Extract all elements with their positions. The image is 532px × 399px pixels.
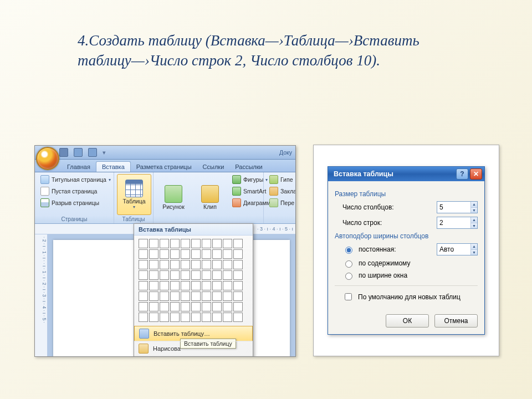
grid-cell[interactable] <box>233 281 243 290</box>
grid-cell[interactable] <box>212 313 222 322</box>
picture-button[interactable]: Рисунок <box>156 174 191 221</box>
grid-cell[interactable] <box>212 291 222 301</box>
grid-cell[interactable] <box>202 249 211 259</box>
grid-cell[interactable] <box>191 291 201 301</box>
grid-cell[interactable] <box>181 302 190 311</box>
grid-cell[interactable] <box>212 281 222 290</box>
save-icon[interactable] <box>59 148 68 157</box>
undo-icon[interactable] <box>74 148 83 157</box>
grid-cell[interactable] <box>223 260 232 269</box>
grid-cell[interactable] <box>202 302 211 311</box>
grid-cell[interactable] <box>191 239 201 248</box>
grid-cell[interactable] <box>223 302 232 311</box>
hyperlink-button[interactable]: Гипе <box>267 174 296 185</box>
grid-cell[interactable] <box>160 249 169 259</box>
grid-cell[interactable] <box>202 270 211 280</box>
grid-cell[interactable] <box>233 270 243 280</box>
grid-cell[interactable] <box>223 291 232 301</box>
grid-cell[interactable] <box>212 302 222 311</box>
grid-cell[interactable] <box>223 270 232 280</box>
grid-cell[interactable] <box>181 313 190 322</box>
grid-cell[interactable] <box>170 239 180 248</box>
grid-cell[interactable] <box>170 249 180 259</box>
cover-page-button[interactable]: Титульная страница ▾ <box>38 174 111 185</box>
tab-references[interactable]: Ссылки <box>197 162 230 172</box>
grid-cell[interactable] <box>170 313 180 322</box>
tab-mailings[interactable]: Рассылки <box>229 162 268 172</box>
blank-page-button[interactable]: Пустая страница <box>38 186 111 197</box>
grid-cell[interactable] <box>202 239 211 248</box>
rows-down[interactable]: ▼ <box>471 223 477 229</box>
grid-cell[interactable] <box>191 260 201 269</box>
clipart-button[interactable]: Клип <box>193 174 227 221</box>
fixed-up[interactable]: ▲ <box>471 244 477 249</box>
table-button[interactable]: Таблица ▾ <box>117 174 151 215</box>
grid-cell[interactable] <box>170 291 180 301</box>
autofit-window-radio[interactable] <box>345 273 352 280</box>
grid-cell[interactable] <box>160 260 169 269</box>
fixed-down[interactable]: ▼ <box>471 249 477 255</box>
fixed-width-input[interactable] <box>437 244 470 255</box>
page-break-button[interactable]: Разрыв страницы <box>38 197 111 208</box>
grid-cell[interactable] <box>160 239 169 248</box>
grid-cell[interactable] <box>181 239 190 248</box>
grid-cell[interactable] <box>212 260 222 269</box>
ok-button[interactable]: ОК <box>386 314 429 328</box>
rows-spinner[interactable]: ▲ ▼ <box>437 217 478 229</box>
grid-cell[interactable] <box>160 270 169 280</box>
grid-cell[interactable] <box>139 313 148 322</box>
grid-cell[interactable] <box>223 313 232 322</box>
grid-cell[interactable] <box>181 270 190 280</box>
grid-cell[interactable] <box>149 281 158 290</box>
bookmark-button[interactable]: Закла <box>267 186 296 197</box>
crossref-button[interactable]: Пере <box>267 197 296 208</box>
grid-cell[interactable] <box>202 281 211 290</box>
grid-cell[interactable] <box>149 302 158 311</box>
grid-cell[interactable] <box>223 239 232 248</box>
grid-cell[interactable] <box>212 270 222 280</box>
columns-spinner[interactable]: ▲ ▼ <box>437 201 478 213</box>
grid-cell[interactable] <box>181 281 190 290</box>
table-size-grid[interactable] <box>134 236 253 326</box>
remember-checkbox[interactable] <box>345 293 352 300</box>
grid-cell[interactable] <box>160 313 169 322</box>
grid-cell[interactable] <box>181 260 190 269</box>
grid-cell[interactable] <box>149 313 158 322</box>
grid-cell[interactable] <box>233 260 243 269</box>
autofit-contents-radio[interactable] <box>345 260 352 268</box>
grid-cell[interactable] <box>139 281 148 290</box>
grid-cell[interactable] <box>191 302 201 311</box>
grid-cell[interactable] <box>191 249 201 259</box>
columns-down[interactable]: ▼ <box>471 207 477 213</box>
grid-cell[interactable] <box>233 239 243 248</box>
grid-cell[interactable] <box>202 260 211 269</box>
grid-cell[interactable] <box>212 249 222 259</box>
grid-cell[interactable] <box>202 313 211 322</box>
grid-cell[interactable] <box>223 281 232 290</box>
fixed-width-spinner[interactable]: ▲ ▼ <box>437 243 478 255</box>
grid-cell[interactable] <box>191 281 201 290</box>
grid-cell[interactable] <box>160 302 169 311</box>
columns-up[interactable]: ▲ <box>471 202 477 207</box>
rows-up[interactable]: ▲ <box>471 217 477 223</box>
grid-cell[interactable] <box>170 281 180 290</box>
grid-cell[interactable] <box>170 260 180 269</box>
grid-cell[interactable] <box>149 260 158 269</box>
office-button[interactable] <box>36 147 59 170</box>
draw-table-item[interactable]: Нарисова <box>134 341 253 356</box>
grid-cell[interactable] <box>233 291 243 301</box>
rows-input[interactable] <box>437 217 470 228</box>
redo-icon[interactable] <box>88 148 97 157</box>
grid-cell[interactable] <box>139 302 148 311</box>
grid-cell[interactable] <box>181 249 190 259</box>
qat-dropdown-icon[interactable]: ▾ <box>103 149 106 156</box>
cancel-button[interactable]: Отмена <box>434 314 478 328</box>
grid-cell[interactable] <box>181 291 190 301</box>
grid-cell[interactable] <box>223 249 232 259</box>
grid-cell[interactable] <box>139 260 148 269</box>
grid-cell[interactable] <box>149 270 158 280</box>
tab-insert[interactable]: Вставка <box>96 161 131 172</box>
grid-cell[interactable] <box>191 270 201 280</box>
grid-cell[interactable] <box>139 291 148 301</box>
help-button[interactable]: ? <box>456 168 468 180</box>
